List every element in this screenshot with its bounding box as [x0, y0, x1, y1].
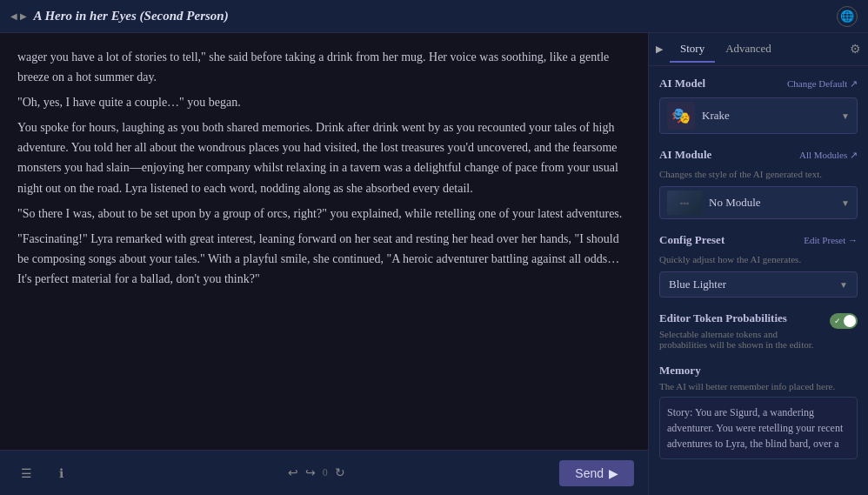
story-para-3: You spoke for hours, laughing as you bot… [17, 117, 631, 197]
token-prob-toggle-container: ✓ [830, 313, 858, 329]
model-chevron-icon: ▼ [841, 111, 850, 121]
model-select[interactable]: 🎭 Krake ▼ [659, 97, 858, 134]
undo-icon[interactable]: ↩ [288, 465, 298, 480]
send-arrow-icon: ▶ [609, 466, 618, 480]
story-content: wager you have a lot of stories to tell,… [0, 33, 648, 450]
toolbar-center: ↩ ↪ 0 ↻ [288, 465, 345, 480]
info-icon-btn[interactable]: ℹ [49, 461, 73, 485]
ai-module-title: AI Module [659, 148, 711, 162]
memory-desc: The AI will better remember info placed … [659, 381, 858, 391]
toggle-knob [844, 315, 856, 327]
back-icon[interactable]: ◀ ▶ [10, 11, 27, 21]
undo-count: 0 [323, 466, 328, 479]
model-avatar: 🎭 [667, 102, 695, 130]
play-icon[interactable]: ▶ [656, 43, 663, 55]
right-sidebar: ▶ Story Advanced ⚙ AI Model Change Defau… [649, 33, 868, 495]
ai-model-section: AI Model Change Default ↗ 🎭 Krake ▼ [659, 77, 858, 134]
settings-icon[interactable]: ⚙ [850, 42, 861, 57]
module-thumbnail: ▪▪▪ [667, 191, 702, 215]
config-preset-section: Config Preset Edit Preset → Quickly adju… [659, 233, 858, 298]
memory-section: Memory The AI will better remember info … [659, 364, 858, 459]
story-para-1: wager you have a lot of stories to tell,… [17, 47, 631, 87]
module-select[interactable]: ▪▪▪ No Module ▼ [659, 186, 858, 219]
refresh-icon[interactable]: ↻ [335, 465, 345, 480]
story-para-5: "Fascinating!" Lyra remarked with great … [17, 229, 631, 289]
token-prob-row: Editor Token Probabilities Selectable al… [659, 311, 858, 350]
config-preset-desc: Quickly adjust how the AI generates. [659, 254, 858, 264]
token-prob-section: Editor Token Probabilities Selectable al… [659, 311, 858, 350]
preset-chevron-icon: ▼ [839, 280, 848, 290]
toggle-check-icon: ✓ [834, 317, 841, 325]
model-avatar-icon: 🎭 [671, 106, 691, 125]
top-bar-left: ◀ ▶ A Hero in her Eyes (Second Person) [10, 9, 229, 23]
bottom-toolbar: ☰ ℹ ↩ ↪ 0 ↻ Send ▶ [0, 450, 648, 495]
edit-icon-btn[interactable]: ☰ [14, 461, 38, 485]
story-panel: wager you have a lot of stories to tell,… [0, 33, 649, 495]
token-prob-desc: Selectable alternate tokens and probabil… [659, 329, 823, 350]
preset-name: Blue Lighter [669, 278, 839, 291]
story-para-2: "Oh, yes, I have quite a couple…" you be… [17, 92, 631, 112]
memory-title: Memory [659, 364, 858, 378]
ai-model-header: AI Model Change Default ↗ [659, 77, 858, 90]
story-title: A Hero in her Eyes (Second Person) [34, 9, 229, 23]
model-name: Krake [702, 109, 841, 123]
module-name: No Module [709, 196, 841, 210]
all-modules-link[interactable]: All Modules ↗ [799, 150, 858, 161]
tab-story[interactable]: Story [670, 37, 715, 63]
token-prob-toggle[interactable]: ✓ [830, 313, 858, 329]
ai-model-title: AI Model [659, 77, 705, 90]
main-layout: wager you have a lot of stories to tell,… [0, 33, 868, 495]
globe-icon[interactable]: 🌐 [837, 6, 858, 27]
token-prob-info: Editor Token Probabilities Selectable al… [659, 311, 823, 350]
sidebar-content: AI Model Change Default ↗ 🎭 Krake ▼ AI M… [649, 66, 868, 495]
sidebar-tabs: ▶ Story Advanced ⚙ [649, 33, 868, 66]
preset-select[interactable]: Blue Lighter ▼ [659, 271, 858, 298]
top-bar-right: 🌐 [837, 6, 858, 27]
module-chevron-icon: ▼ [841, 198, 850, 208]
token-prob-title: Editor Token Probabilities [659, 311, 823, 325]
redo-icon[interactable]: ↪ [305, 465, 316, 480]
story-para-4: "So there I was, about to be set upon by… [17, 204, 631, 224]
ai-module-header: AI Module All Modules ↗ [659, 148, 858, 162]
ai-module-desc: Changes the style of the AI generated te… [659, 169, 858, 179]
memory-text-box[interactable]: Story: You are Sigurd, a wandering adven… [659, 397, 858, 459]
edit-preset-link[interactable]: Edit Preset → [804, 235, 858, 245]
change-default-link[interactable]: Change Default ↗ [787, 78, 858, 90]
tab-advanced[interactable]: Advanced [715, 37, 782, 63]
config-preset-title: Config Preset [659, 233, 724, 247]
top-bar: ◀ ▶ A Hero in her Eyes (Second Person) 🌐 [0, 0, 868, 33]
send-button[interactable]: Send ▶ [559, 460, 634, 486]
ai-module-section: AI Module All Modules ↗ Changes the styl… [659, 148, 858, 219]
send-label: Send [575, 466, 604, 480]
config-preset-header: Config Preset Edit Preset → [659, 233, 858, 247]
